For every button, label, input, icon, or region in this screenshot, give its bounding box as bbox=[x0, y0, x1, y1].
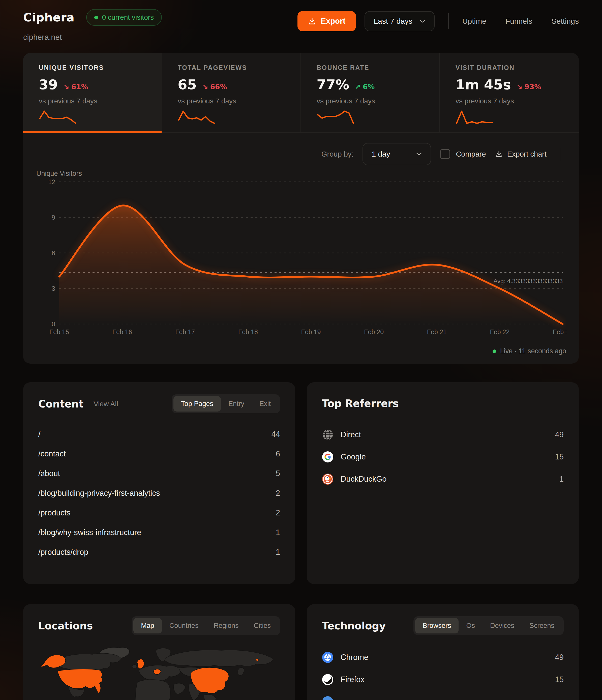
tab-screens[interactable]: Screens bbox=[522, 618, 562, 633]
chart-controls: Group by: 1 day Compare bbox=[36, 143, 566, 165]
svg-text:Feb 21: Feb 21 bbox=[427, 328, 447, 335]
live-visitors-dot bbox=[94, 16, 98, 19]
nav-uptime[interactable]: Uptime bbox=[462, 17, 486, 25]
browsers-list: Chrome 49 Firefox 15 bbox=[322, 646, 564, 700]
stat-value: 65 bbox=[178, 78, 197, 92]
chrome-icon bbox=[322, 652, 333, 663]
content-tabs: Top Pages Entry Exit bbox=[172, 394, 280, 413]
download-icon bbox=[495, 150, 503, 158]
group-by-label: Group by: bbox=[321, 150, 353, 158]
stat-delta: ↗6% bbox=[355, 83, 375, 91]
export-chart-label: Export chart bbox=[507, 150, 547, 158]
referrers-card: Top Referrers Direct 49 bbox=[307, 382, 579, 584]
area-fill bbox=[59, 205, 563, 324]
page-row[interactable]: /blog/building-privacy-first-analytics2 bbox=[38, 483, 280, 503]
compare-toggle[interactable]: Compare bbox=[440, 149, 486, 159]
stat-card-bounce-rate[interactable]: BOUNCE RATE 77% ↗6% vs previous 7 days bbox=[301, 53, 440, 132]
download-icon bbox=[308, 17, 316, 25]
nav-funnels[interactable]: Funnels bbox=[505, 17, 532, 25]
svg-text:Feb 18: Feb 18 bbox=[238, 328, 258, 335]
stat-card-visit-duration[interactable]: VISIT DURATION 1m 45s ↘93% vs previous 7… bbox=[440, 53, 579, 132]
svg-text:0: 0 bbox=[52, 321, 55, 328]
stat-label: VISIT DURATION bbox=[455, 64, 563, 71]
trend-arrow-icon: ↘ bbox=[63, 83, 69, 91]
browser-row[interactable]: Firefox 15 bbox=[322, 669, 564, 691]
page-row[interactable]: /blog/why-swiss-infrastructure1 bbox=[38, 523, 280, 543]
content-title: Content bbox=[38, 398, 83, 410]
world-map-svg bbox=[38, 644, 280, 700]
sparkline-chart bbox=[317, 110, 354, 124]
svg-text:6: 6 bbox=[52, 249, 55, 256]
duckduckgo-icon bbox=[322, 473, 333, 485]
tab-entry[interactable]: Entry bbox=[221, 396, 252, 411]
tab-map[interactable]: Map bbox=[133, 618, 162, 633]
live-status-label: Live · 11 seconds ago bbox=[500, 347, 566, 355]
main-nav: Uptime Funnels Settings bbox=[462, 17, 579, 25]
svg-text:Feb 16: Feb 16 bbox=[112, 328, 132, 335]
content-card: Content View All Top Pages Entry Exit /4… bbox=[23, 382, 295, 584]
stat-compare-note: vs previous 7 days bbox=[317, 97, 424, 105]
view-all-link[interactable]: View All bbox=[94, 400, 118, 408]
browser-icon bbox=[322, 696, 333, 700]
stat-card-unique-visitors[interactable]: UNIQUE VISITORS 39 ↘61% vs previous 7 da… bbox=[23, 53, 162, 132]
tab-top-pages[interactable]: Top Pages bbox=[173, 396, 221, 411]
stat-label: TOTAL PAGEVIEWS bbox=[178, 64, 285, 71]
stat-card-total-pageviews[interactable]: TOTAL PAGEVIEWS 65 ↘66% vs previous 7 da… bbox=[162, 53, 301, 132]
svg-text:Avg: 4.333333333333333: Avg: 4.333333333333333 bbox=[494, 278, 563, 284]
page-row[interactable]: /contact6 bbox=[38, 444, 280, 464]
firefox-icon bbox=[322, 674, 333, 685]
live-status: Live · 11 seconds ago bbox=[36, 347, 566, 355]
stat-label: UNIQUE VISITORS bbox=[39, 64, 146, 71]
chevron-down-icon bbox=[420, 19, 426, 23]
tab-regions[interactable]: Regions bbox=[206, 618, 246, 633]
stat-value: 77% bbox=[317, 78, 349, 92]
nav-settings[interactable]: Settings bbox=[552, 17, 579, 25]
globe-icon bbox=[322, 429, 333, 441]
tab-os[interactable]: Os bbox=[458, 618, 482, 633]
date-range-select[interactable]: Last 7 days bbox=[365, 11, 434, 31]
referrers-list: Direct 49 bbox=[322, 424, 564, 490]
current-visitors-badge: 0 current visitors bbox=[86, 9, 162, 26]
locations-title: Locations bbox=[38, 620, 93, 632]
svg-text:9: 9 bbox=[52, 214, 55, 221]
header-right: Export Last 7 days Uptime Funnels Settin… bbox=[298, 11, 579, 31]
site-domain: ciphera.net bbox=[23, 33, 162, 42]
group-by-value: 1 day bbox=[372, 150, 390, 158]
referrers-title: Top Referrers bbox=[322, 398, 399, 409]
page-row[interactable]: /44 bbox=[38, 424, 280, 444]
svg-text:Feb 15: Feb 15 bbox=[49, 328, 69, 335]
chart-section: Group by: 1 day Compare bbox=[23, 133, 579, 364]
group-by-select[interactable]: 1 day bbox=[362, 143, 431, 165]
tab-countries[interactable]: Countries bbox=[162, 618, 206, 633]
tab-exit[interactable]: Exit bbox=[252, 396, 278, 411]
tab-devices[interactable]: Devices bbox=[482, 618, 522, 633]
date-range-value: Last 7 days bbox=[374, 17, 412, 25]
referrer-row[interactable]: Google 15 bbox=[322, 446, 564, 468]
referrer-row[interactable]: DuckDuckGo 1 bbox=[322, 468, 564, 490]
browser-row[interactable]: Chrome 49 bbox=[322, 646, 564, 669]
compare-checkbox[interactable] bbox=[440, 149, 450, 159]
page-row[interactable]: /products/drop1 bbox=[38, 543, 280, 562]
app-title: Ciphera bbox=[23, 10, 75, 24]
stat-delta: ↘93% bbox=[517, 83, 542, 91]
page-row[interactable]: /about5 bbox=[38, 464, 280, 483]
referrer-row[interactable]: Direct 49 bbox=[322, 424, 564, 446]
locations-tabs: Map Countries Regions Cities bbox=[132, 616, 280, 635]
trend-arrow-icon: ↘ bbox=[517, 83, 522, 91]
stat-delta: ↘61% bbox=[63, 83, 88, 91]
stat-value: 1m 45s bbox=[455, 78, 511, 92]
export-button[interactable]: Export bbox=[298, 11, 356, 31]
svg-text:Feb 23: Feb 23 bbox=[553, 328, 566, 335]
svg-text:Feb 20: Feb 20 bbox=[364, 328, 384, 335]
unique-visitors-area-chart: 129630Avg: 4.333333333333333Unique Visit… bbox=[36, 170, 566, 346]
tab-cities[interactable]: Cities bbox=[246, 618, 278, 633]
svg-text:3: 3 bbox=[52, 285, 55, 292]
header-divider bbox=[448, 14, 449, 29]
browser-row-partial[interactable] bbox=[322, 691, 564, 700]
page-row[interactable]: /products2 bbox=[38, 503, 280, 523]
svg-text:Feb 22: Feb 22 bbox=[490, 328, 509, 335]
trend-arrow-icon: ↗ bbox=[355, 83, 360, 91]
top-pages-list: /44 /contact6 /about5 /blog/building-pri… bbox=[38, 424, 280, 562]
tab-browsers[interactable]: Browsers bbox=[415, 618, 459, 633]
export-chart-button[interactable]: Export chart bbox=[495, 150, 547, 158]
